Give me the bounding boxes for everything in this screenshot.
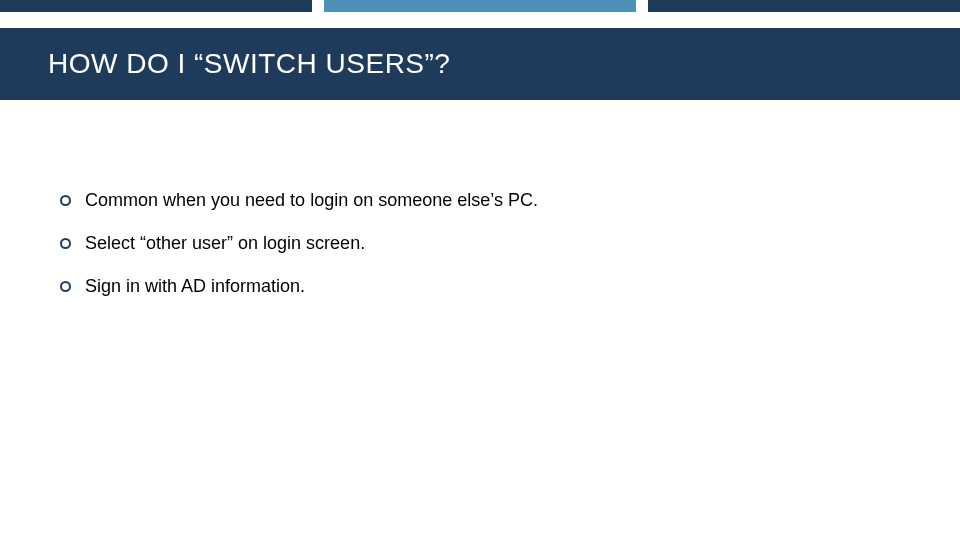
circle-bullet-icon bbox=[60, 238, 71, 249]
bullet-item: Select “other user” on login screen. bbox=[60, 233, 900, 254]
accent-bar-dark bbox=[0, 0, 312, 12]
bullet-text: Select “other user” on login screen. bbox=[85, 233, 365, 254]
bullet-text: Common when you need to login on someone… bbox=[85, 190, 538, 211]
slide: HOW DO I “SWITCH USERS”? Common when you… bbox=[0, 0, 960, 540]
top-accent-bars bbox=[0, 0, 960, 12]
title-band: HOW DO I “SWITCH USERS”? bbox=[0, 28, 960, 100]
bullet-item: Sign in with AD information. bbox=[60, 276, 900, 297]
accent-bar-gap bbox=[636, 0, 648, 12]
slide-title: HOW DO I “SWITCH USERS”? bbox=[48, 48, 450, 80]
bullet-text: Sign in with AD information. bbox=[85, 276, 305, 297]
accent-bar-gap bbox=[312, 0, 324, 12]
gap bbox=[0, 12, 960, 28]
circle-bullet-icon bbox=[60, 195, 71, 206]
accent-bar-blue bbox=[324, 0, 636, 12]
bullet-item: Common when you need to login on someone… bbox=[60, 190, 900, 211]
accent-bar-dark bbox=[648, 0, 960, 12]
content-area: Common when you need to login on someone… bbox=[0, 100, 960, 297]
circle-bullet-icon bbox=[60, 281, 71, 292]
